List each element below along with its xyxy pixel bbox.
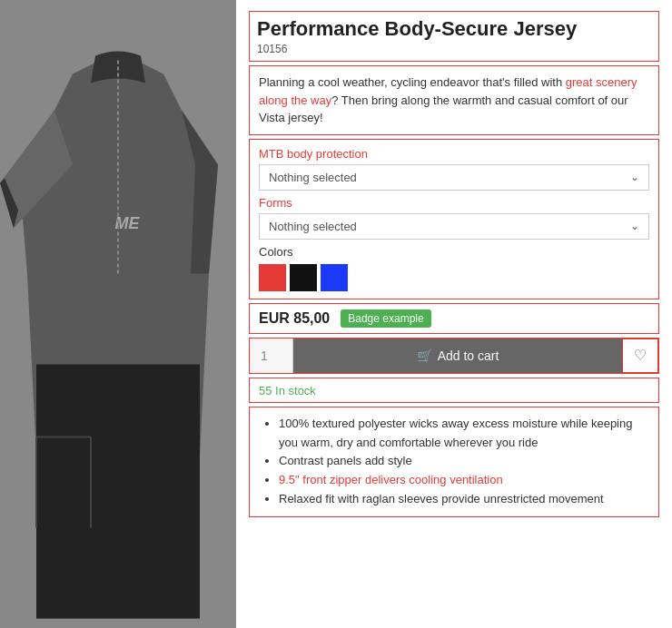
color-swatch-black[interactable] — [290, 264, 317, 291]
colors-label: Colors — [259, 245, 649, 259]
description-highlight: great scenery along the way — [259, 75, 637, 107]
forms-select-value: Nothing selected — [269, 220, 357, 233]
quantity-input[interactable]: 1 — [250, 339, 293, 373]
features-list: 100% textured polyester wicks away exces… — [262, 415, 646, 509]
feature-item-3: 9.5" front zipper delivers cooling venti… — [279, 471, 646, 490]
features-section: 100% textured polyester wicks away exces… — [249, 407, 659, 517]
protection-label: MTB body protection — [259, 147, 649, 161]
forms-chevron-icon: ⌄ — [630, 220, 639, 232]
badge-label: Badge example — [341, 309, 430, 328]
options-section: MTB body protection Nothing selected ⌄ F… — [249, 139, 659, 299]
product-sku: 10156 — [257, 43, 651, 55]
add-to-cart-button[interactable]: 🛒 Add to cart — [293, 339, 622, 373]
color-swatch-red[interactable] — [259, 264, 286, 291]
cart-icon: 🛒 — [417, 348, 432, 363]
forms-label: Forms — [259, 196, 649, 210]
feature-item-4: Relaxed fit with raglan sleeves provide … — [279, 490, 646, 509]
cart-section: 1 🛒 Add to cart ♡ — [249, 338, 659, 374]
stock-section: 55 In stock — [249, 378, 659, 403]
product-details-panel: Performance Body-Secure Jersey 10156 Pla… — [236, 0, 672, 628]
product-image-panel: ME — [0, 0, 236, 628]
svg-text:ME: ME — [115, 214, 141, 232]
feature-highlight: 9.5" front zipper delivers cooling venti… — [279, 473, 503, 486]
forms-select[interactable]: Nothing selected ⌄ — [259, 213, 649, 240]
product-title: Performance Body-Secure Jersey — [257, 17, 651, 41]
protection-select-value: Nothing selected — [269, 171, 357, 184]
wishlist-button[interactable]: ♡ — [622, 339, 658, 373]
product-description: Planning a cool weather, cycling endeavo… — [249, 65, 659, 135]
price-section: EUR 85,00 Badge example — [249, 303, 659, 334]
protection-select[interactable]: Nothing selected ⌄ — [259, 164, 649, 191]
stock-text: 55 In stock — [259, 384, 316, 397]
feature-item-2: Contrast panels add style — [279, 452, 646, 471]
protection-chevron-icon: ⌄ — [630, 171, 639, 183]
product-price: EUR 85,00 — [259, 310, 330, 327]
color-swatch-blue[interactable] — [321, 264, 348, 291]
color-swatches — [259, 264, 649, 291]
title-section: Performance Body-Secure Jersey 10156 — [249, 11, 659, 62]
heart-icon: ♡ — [634, 347, 647, 364]
feature-item-1: 100% textured polyester wicks away exces… — [279, 415, 646, 453]
add-to-cart-label: Add to cart — [438, 348, 499, 363]
